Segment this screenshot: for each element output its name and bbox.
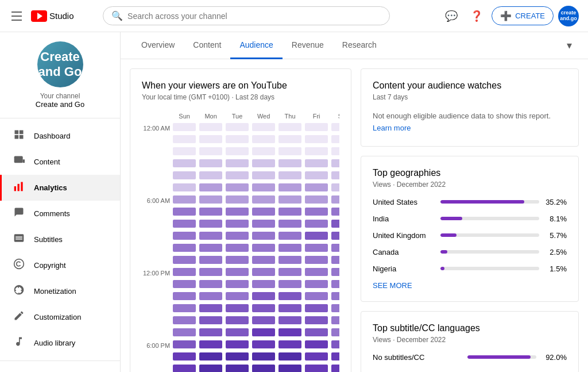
heatmap-cell[interactable] <box>198 122 224 134</box>
sidebar-item-audio-library[interactable]: Audio library <box>0 330 120 356</box>
heatmap-cell[interactable] <box>198 339 224 351</box>
heatmap-cell[interactable] <box>277 122 303 134</box>
sidebar-item-analytics[interactable]: Analytics <box>0 175 120 201</box>
heatmap-cell[interactable] <box>250 170 277 182</box>
heatmap-cell[interactable] <box>277 255 303 267</box>
heatmap-cell[interactable] <box>224 255 250 267</box>
heatmap-cell[interactable] <box>224 134 250 146</box>
tab-overview[interactable]: Overview <box>132 32 184 59</box>
heatmap-cell[interactable] <box>277 327 303 339</box>
heatmap-cell[interactable] <box>171 158 198 170</box>
heatmap-cell[interactable] <box>277 170 303 182</box>
heatmap-cell[interactable] <box>198 363 224 372</box>
heatmap-cell[interactable] <box>198 351 224 363</box>
tab-audience[interactable]: Audience <box>230 32 282 59</box>
heatmap-cell[interactable] <box>303 363 330 372</box>
heatmap-cell[interactable] <box>250 303 277 315</box>
heatmap-cell[interactable] <box>171 146 198 158</box>
heatmap-cell[interactable] <box>250 182 277 194</box>
heatmap-cell[interactable] <box>224 327 250 339</box>
heatmap-cell[interactable] <box>224 243 250 255</box>
heatmap-cell[interactable] <box>198 243 224 255</box>
create-button[interactable]: ➕ CREATE <box>492 6 554 25</box>
heatmap-cell[interactable] <box>171 194 198 206</box>
heatmap-cell[interactable] <box>303 315 330 327</box>
heatmap-cell[interactable] <box>224 303 250 315</box>
heatmap-cell[interactable] <box>171 170 198 182</box>
heatmap-cell[interactable] <box>303 243 330 255</box>
heatmap-cell[interactable] <box>171 267 198 279</box>
heatmap-cell[interactable] <box>224 267 250 279</box>
heatmap-cell[interactable] <box>330 327 339 339</box>
heatmap-cell[interactable] <box>330 291 339 303</box>
tab-revenue[interactable]: Revenue <box>283 32 333 59</box>
heatmap-cell[interactable] <box>171 351 198 363</box>
heatmap-cell[interactable] <box>303 206 330 218</box>
heatmap-cell[interactable] <box>224 363 250 372</box>
heatmap-cell[interactable] <box>171 206 198 218</box>
heatmap-cell[interactable] <box>250 255 277 267</box>
sidebar-item-settings[interactable]: Settings <box>0 366 120 372</box>
heatmap-cell[interactable] <box>224 182 250 194</box>
heatmap-cell[interactable] <box>224 291 250 303</box>
heatmap-cell[interactable] <box>198 206 224 218</box>
heatmap-cell[interactable] <box>250 243 277 255</box>
heatmap-cell[interactable] <box>277 279 303 291</box>
heatmap-cell[interactable] <box>330 315 339 327</box>
heatmap-cell[interactable] <box>250 339 277 351</box>
audience-learn-more-link[interactable]: Learn more <box>373 124 411 132</box>
heatmap-cell[interactable] <box>250 351 277 363</box>
heatmap-cell[interactable] <box>303 291 330 303</box>
heatmap-cell[interactable] <box>277 218 303 231</box>
heatmap-cell[interactable] <box>277 351 303 363</box>
heatmap-cell[interactable] <box>198 170 224 182</box>
heatmap-cell[interactable] <box>250 218 277 231</box>
heatmap-cell[interactable] <box>303 158 330 170</box>
heatmap-cell[interactable] <box>277 315 303 327</box>
heatmap-cell[interactable] <box>303 351 330 363</box>
sidebar-item-customization[interactable]: Customization <box>0 304 120 330</box>
heatmap-cell[interactable] <box>171 182 198 194</box>
heatmap-cell[interactable] <box>330 122 339 134</box>
heatmap-cell[interactable] <box>330 279 339 291</box>
heatmap-cell[interactable] <box>303 170 330 182</box>
heatmap-cell[interactable] <box>277 267 303 279</box>
heatmap-cell[interactable] <box>198 218 224 231</box>
heatmap-cell[interactable] <box>224 206 250 218</box>
search-input[interactable] <box>127 11 381 21</box>
heatmap-cell[interactable] <box>171 243 198 255</box>
heatmap-cell[interactable] <box>198 291 224 303</box>
heatmap-cell[interactable] <box>171 303 198 315</box>
heatmap-cell[interactable] <box>198 303 224 315</box>
heatmap-cell[interactable] <box>224 122 250 134</box>
sidebar-item-copyright[interactable]: Copyright <box>0 252 120 278</box>
heatmap-cell[interactable] <box>330 267 339 279</box>
heatmap-cell[interactable] <box>303 182 330 194</box>
heatmap-cell[interactable] <box>277 158 303 170</box>
tab-research[interactable]: Research <box>333 32 386 59</box>
heatmap-cell[interactable] <box>224 279 250 291</box>
heatmap-cell[interactable] <box>277 206 303 218</box>
heatmap-cell[interactable] <box>198 327 224 339</box>
heatmap-cell[interactable] <box>330 339 339 351</box>
heatmap-cell[interactable] <box>303 279 330 291</box>
heatmap-cell[interactable] <box>250 363 277 372</box>
heatmap-cell[interactable] <box>330 146 339 158</box>
heatmap-cell[interactable] <box>250 146 277 158</box>
heatmap-cell[interactable] <box>224 339 250 351</box>
sidebar-item-comments[interactable]: Comments <box>0 201 120 227</box>
heatmap-cell[interactable] <box>171 255 198 267</box>
heatmap-cell[interactable] <box>277 134 303 146</box>
heatmap-cell[interactable] <box>224 146 250 158</box>
heatmap-cell[interactable] <box>198 279 224 291</box>
heatmap-cell[interactable] <box>330 351 339 363</box>
heatmap-cell[interactable] <box>303 134 330 146</box>
heatmap-cell[interactable] <box>224 218 250 231</box>
heatmap-cell[interactable] <box>250 194 277 206</box>
heatmap-cell[interactable] <box>250 315 277 327</box>
heatmap-cell[interactable] <box>330 182 339 194</box>
heatmap-cell[interactable] <box>303 231 330 243</box>
heatmap-cell[interactable] <box>198 194 224 206</box>
sidebar-item-content[interactable]: Content <box>0 149 120 175</box>
heatmap-cell[interactable] <box>250 158 277 170</box>
